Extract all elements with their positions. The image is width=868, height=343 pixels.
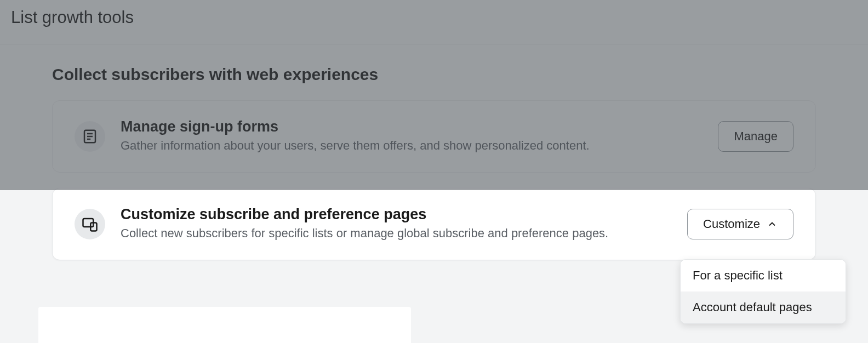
partial-card (38, 307, 411, 343)
card-description: Collect new subscribers for specific lis… (121, 225, 672, 242)
dropdown-item-specific-list[interactable]: For a specific list (681, 260, 846, 291)
section-web-experiences: Collect subscribers with web experiences… (0, 44, 868, 260)
chevron-up-icon (767, 219, 778, 230)
manage-button-label: Manage (734, 129, 778, 144)
dropdown-item-account-default[interactable]: Account default pages (681, 291, 846, 323)
form-icon (75, 121, 105, 152)
section-title: Collect subscribers with web experiences (52, 65, 816, 84)
manage-button[interactable]: Manage (718, 121, 793, 152)
card-customize-pages: Customize subscribe and preference pages… (52, 188, 816, 260)
customize-button[interactable]: Customize (687, 209, 793, 239)
card-text: Customize subscribe and preference pages… (121, 206, 672, 242)
card-title: Customize subscribe and preference pages (121, 206, 672, 223)
page-header: List growth tools (0, 0, 868, 44)
devices-icon (75, 209, 105, 239)
card-title: Manage sign-up forms (121, 118, 703, 135)
customize-dropdown: For a specific list Account default page… (680, 259, 846, 324)
page-title: List growth tools (11, 8, 857, 27)
card-description: Gather information about your users, ser… (121, 138, 703, 155)
card-text: Manage sign-up forms Gather information … (121, 118, 703, 155)
card-signup-forms: Manage sign-up forms Gather information … (52, 100, 816, 173)
customize-button-label: Customize (703, 217, 760, 231)
